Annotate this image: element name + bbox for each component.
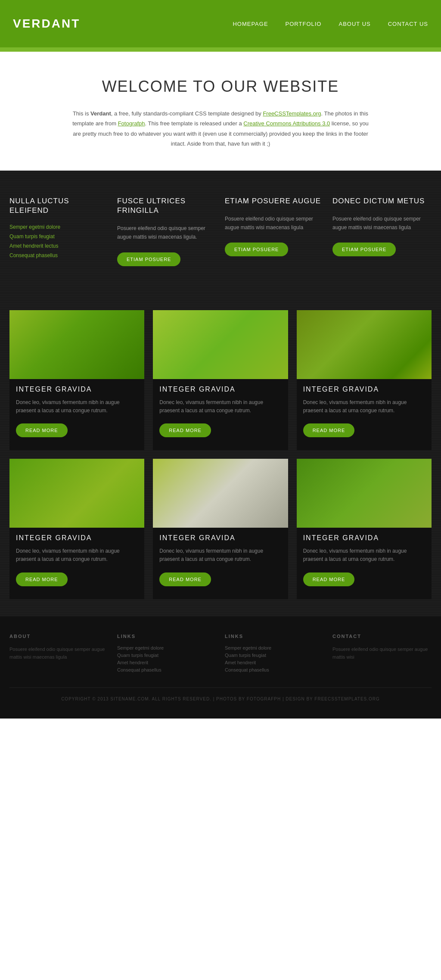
- feature-btn-3[interactable]: ETIAM POSUERE: [332, 243, 396, 256]
- feature-title-2: ETIAM POSUERE AUGUE: [225, 196, 324, 206]
- feature-link-0-2[interactable]: Amet hendrerit lectus: [9, 243, 109, 249]
- read-more-btn-2[interactable]: READ MORE: [303, 423, 355, 437]
- portfolio-body-4: Donec leo, vivamus fermentum nibh in aug…: [159, 547, 281, 563]
- footer-col-body-3: Posuere eleifend odio quisque semper aug…: [332, 645, 432, 661]
- welcome-title: WELCOME TO OUR WEBSITE: [34, 78, 407, 96]
- footer-col-1: LINKS Semper egetmi dolore Quam turpis f…: [117, 634, 216, 675]
- footer: ABOUT Posuere eleifend odio quisque semp…: [0, 616, 441, 719]
- copyright: COPYRIGHT © 2013 SITENAME.COM. ALL RIGHT…: [9, 688, 432, 701]
- read-more-btn-0[interactable]: READ MORE: [16, 423, 68, 437]
- feature-title-3: DONEC DICTUM METUS: [332, 196, 432, 206]
- features-grid: NULLA LUCTUS ELEIFEND Semper egetmi dolo…: [9, 196, 432, 267]
- portfolio-content-1: INTEGER GRAVIDA Donec leo, vivamus ferme…: [153, 379, 288, 450]
- features-section: NULLA LUCTUS ELEIFEND Semper egetmi dolo…: [0, 171, 441, 293]
- feature-col-2: ETIAM POSUERE AUGUE Posuere eleifend odi…: [225, 196, 324, 267]
- header-subbar: [0, 47, 441, 52]
- footer-grid: ABOUT Posuere eleifend odio quisque semp…: [9, 634, 432, 675]
- footer-link-2-3[interactable]: Consequat phasellus: [225, 667, 324, 672]
- portfolio-content-4: INTEGER GRAVIDA Donec leo, vivamus ferme…: [153, 528, 288, 599]
- portfolio-grid-row2: INTEGER GRAVIDA Donec leo, vivamus ferme…: [9, 459, 432, 599]
- feature-body-1: Posuere eleifend odio quisque semper aug…: [117, 224, 216, 242]
- footer-col-title-2: LINKS: [225, 634, 324, 639]
- read-more-btn-5[interactable]: READ MORE: [303, 572, 355, 586]
- portfolio-section: INTEGER GRAVIDA Donec leo, vivamus ferme…: [0, 293, 441, 616]
- portfolio-body-5: Donec leo, vivamus fermentum nibh in aug…: [303, 547, 425, 563]
- read-more-btn-3[interactable]: READ MORE: [16, 572, 68, 586]
- portfolio-body-1: Donec leo, vivamus fermentum nibh in aug…: [159, 398, 281, 415]
- portfolio-title-5: INTEGER GRAVIDA: [303, 534, 425, 542]
- portfolio-item-4: INTEGER GRAVIDA Donec leo, vivamus ferme…: [153, 459, 288, 599]
- portfolio-image-0: [9, 310, 144, 379]
- copyright-text: COPYRIGHT © 2013 SITENAME.COM. ALL RIGHT…: [61, 697, 380, 701]
- portfolio-title-4: INTEGER GRAVIDA: [159, 534, 281, 542]
- footer-col-0: ABOUT Posuere eleifend odio quisque semp…: [9, 634, 109, 675]
- welcome-body: This is Verdant, a free, fully standards…: [70, 109, 371, 149]
- footer-link-1-3[interactable]: Consequat phasellus: [117, 667, 216, 672]
- footer-link-2-0[interactable]: Semper egetmi dolore: [225, 645, 324, 650]
- portfolio-grid-row1: INTEGER GRAVIDA Donec leo, vivamus ferme…: [9, 310, 432, 450]
- footer-col-title-0: ABOUT: [9, 634, 109, 639]
- footer-link-1-0[interactable]: Semper egetmi dolore: [117, 645, 216, 650]
- portfolio-image-1: [153, 310, 288, 379]
- portfolio-title-2: INTEGER GRAVIDA: [303, 386, 425, 393]
- feature-body-2: Posuere eleifend odio quisque semper aug…: [225, 215, 324, 232]
- portfolio-title-0: INTEGER GRAVIDA: [16, 386, 138, 393]
- portfolio-item-3: INTEGER GRAVIDA Donec leo, vivamus ferme…: [9, 459, 144, 599]
- portfolio-item-1: INTEGER GRAVIDA Donec leo, vivamus ferme…: [153, 310, 288, 450]
- nav-about[interactable]: ABOUT US: [339, 21, 370, 27]
- portfolio-content-3: INTEGER GRAVIDA Donec leo, vivamus ferme…: [9, 528, 144, 599]
- feature-links-0: Semper egetmi dolore Quam turpis feugiat…: [9, 224, 109, 258]
- footer-col-2: LINKS Semper egetmi dolore Quam turpis f…: [225, 634, 324, 675]
- nav-portfolio[interactable]: PORTFOLIO: [286, 21, 322, 27]
- nav-homepage[interactable]: HOMEPAGE: [233, 21, 268, 27]
- portfolio-image-4: [153, 459, 288, 528]
- footer-col-title-1: LINKS: [117, 634, 216, 639]
- read-more-btn-1[interactable]: READ MORE: [159, 423, 211, 437]
- freecss-link[interactable]: FreeCSSTemplates.org: [263, 110, 321, 117]
- footer-link-1-2[interactable]: Amet hendrerit: [117, 660, 216, 665]
- creative-commons-link[interactable]: Creative Commons Attributions 3.0: [243, 120, 330, 127]
- read-more-btn-4[interactable]: READ MORE: [159, 572, 211, 586]
- logo: VERDANT: [13, 17, 80, 31]
- footer-link-2-1[interactable]: Quam turpis feugiat: [225, 653, 324, 658]
- portfolio-image-3: [9, 459, 144, 528]
- welcome-section: WELCOME TO OUR WEBSITE This is Verdant, …: [0, 52, 441, 171]
- header: VERDANT HOMEPAGE PORTFOLIO ABOUT US CONT…: [0, 0, 441, 47]
- footer-col-3: CONTACT Posuere eleifend odio quisque se…: [332, 634, 432, 675]
- feature-btn-2[interactable]: ETIAM POSUERE: [225, 243, 288, 256]
- feature-btn-1[interactable]: ETIAM POSUERE: [117, 252, 180, 266]
- portfolio-body-2: Donec leo, vivamus fermentum nibh in aug…: [303, 398, 425, 415]
- brand-name: Verdant: [90, 110, 111, 117]
- feature-link-0-1[interactable]: Quam turpis feugiat: [9, 233, 109, 240]
- portfolio-image-5: [297, 459, 432, 528]
- feature-col-0: NULLA LUCTUS ELEIFEND Semper egetmi dolo…: [9, 196, 109, 267]
- portfolio-content-5: INTEGER GRAVIDA Donec leo, vivamus ferme…: [297, 528, 432, 599]
- feature-body-3: Posuere eleifend odio quisque semper aug…: [332, 215, 432, 232]
- fotografph-link[interactable]: Fotografph: [118, 120, 145, 127]
- footer-col-body-0: Posuere eleifend odio quisque semper aug…: [9, 645, 109, 661]
- feature-title-0: NULLA LUCTUS ELEIFEND: [9, 196, 109, 215]
- footer-col-title-3: CONTACT: [332, 634, 432, 639]
- portfolio-content-2: INTEGER GRAVIDA Donec leo, vivamus ferme…: [297, 379, 432, 450]
- portfolio-title-1: INTEGER GRAVIDA: [159, 386, 281, 393]
- portfolio-item-0: INTEGER GRAVIDA Donec leo, vivamus ferme…: [9, 310, 144, 450]
- feature-col-1: FUSCE ULTRICES FRINGILLA Posuere eleifen…: [117, 196, 216, 267]
- feature-link-0-3[interactable]: Consequat phasellus: [9, 252, 109, 258]
- footer-link-2-2[interactable]: Amet hendrerit: [225, 660, 324, 665]
- feature-col-3: DONEC DICTUM METUS Posuere eleifend odio…: [332, 196, 432, 267]
- footer-link-1-1[interactable]: Quam turpis feugiat: [117, 653, 216, 658]
- portfolio-body-3: Donec leo, vivamus fermentum nibh in aug…: [16, 547, 138, 563]
- portfolio-item-5: INTEGER GRAVIDA Donec leo, vivamus ferme…: [297, 459, 432, 599]
- feature-link-0-0[interactable]: Semper egetmi dolore: [9, 224, 109, 230]
- portfolio-content-0: INTEGER GRAVIDA Donec leo, vivamus ferme…: [9, 379, 144, 450]
- main-nav: HOMEPAGE PORTFOLIO ABOUT US CONTACT US: [233, 21, 428, 27]
- portfolio-item-2: INTEGER GRAVIDA Donec leo, vivamus ferme…: [297, 310, 432, 450]
- nav-contact[interactable]: CONTACT US: [388, 21, 428, 27]
- portfolio-body-0: Donec leo, vivamus fermentum nibh in aug…: [16, 398, 138, 415]
- feature-title-1: FUSCE ULTRICES FRINGILLA: [117, 196, 216, 215]
- portfolio-title-3: INTEGER GRAVIDA: [16, 534, 138, 542]
- portfolio-image-2: [297, 310, 432, 379]
